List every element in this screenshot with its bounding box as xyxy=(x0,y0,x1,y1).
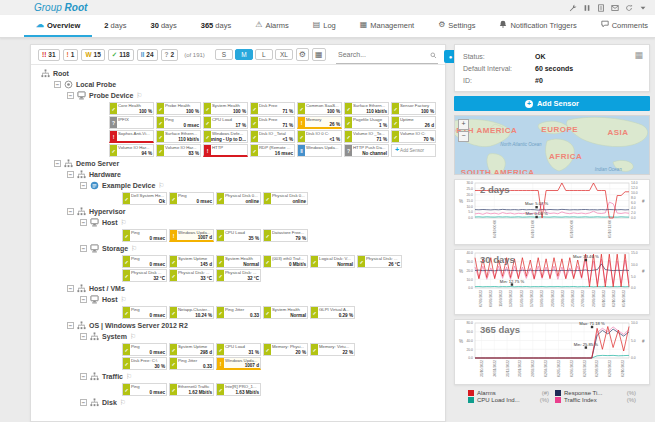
sensor-tile[interactable]: ✓CPU Load17 % xyxy=(203,116,248,129)
email-icon[interactable] xyxy=(610,3,619,12)
map-zoom-out-button[interactable]: − xyxy=(458,131,469,142)
sensor-tile[interactable]: ✓Inte[R] PRO_1...1.63 Mbit/s xyxy=(216,383,261,396)
sensor-tile[interactable]: ✓Ping0 msec xyxy=(122,306,167,319)
tree-node-storage[interactable]: −Storage⚐ xyxy=(37,243,439,254)
sensor-tile[interactable]: ✓GLPI Virtual A...0.29 % xyxy=(310,306,355,319)
tree-node-demo-server[interactable]: −Demo Server xyxy=(37,158,439,169)
report-icon[interactable] xyxy=(596,3,605,12)
collapse-toggle-icon[interactable]: − xyxy=(67,92,74,99)
tile-size-button-s[interactable]: S xyxy=(215,49,233,60)
sensor-tile[interactable]: ✓System HealthNormal xyxy=(216,255,261,268)
sensor-tile[interactable]: ✓Windows Defe...Running - Up to D... xyxy=(203,130,248,143)
tab-alarms[interactable]: ⚠Alarms xyxy=(243,15,301,37)
tab-management[interactable]: ▦Management xyxy=(348,15,426,37)
caret-down-icon[interactable] xyxy=(638,3,647,12)
chart-2-days[interactable]: 0.05.010.015.020.025.030.00.02.04.06.08.… xyxy=(454,179,650,245)
add-sensor-tile[interactable]: +Add Sensor xyxy=(391,144,436,157)
sensor-tile[interactable]: ✓Volume IO Har...94 % xyxy=(109,144,154,157)
sensor-tile[interactable]: ✓Disk Free: C:\30 % xyxy=(122,357,167,370)
status-filter-badge[interactable]: W15 xyxy=(81,49,104,61)
status-filter-badge[interactable]: II24 xyxy=(137,49,158,61)
sensor-tile[interactable]: ✓Physical Disk: ...33 °C xyxy=(169,269,214,282)
sensor-tile[interactable]: ✓RDP (Remote ...16 msec xyxy=(250,144,295,157)
sensor-tile[interactable]: !Windows Upda...1007 d xyxy=(216,357,261,370)
collapse-toggle-icon[interactable]: − xyxy=(67,208,74,215)
sensor-tile[interactable]: ✓Ping0 msec xyxy=(122,229,167,242)
sensor-tile[interactable]: ✓Ping0 msec xyxy=(122,383,167,396)
tree-node-host-vms[interactable]: −Host / VMs xyxy=(37,283,439,294)
sensor-tile[interactable]: ✓Disk Free71 % xyxy=(250,102,295,115)
status-filter-badge[interactable]: ?2 xyxy=(161,49,179,61)
tab-comments[interactable]: Comments xyxy=(589,15,655,37)
sensor-tile[interactable]: ✓Dell System He...Ok xyxy=(122,192,167,205)
sensor-tile[interactable]: !Windows Upda...1007 d xyxy=(169,229,214,242)
chart-365-days[interactable]: 0.020.040.060.080.00.05.010.031/10/20223… xyxy=(454,319,650,385)
sensor-tile[interactable]: ✓Volume IO C:70 % xyxy=(391,130,436,143)
tree-node-host[interactable]: −Host⚐ xyxy=(37,294,439,305)
sensor-tile[interactable]: ✓CPU Load35 % xyxy=(216,229,261,242)
sensor-tile[interactable]: ✓Datastore Free...79 % xyxy=(263,229,308,242)
sensor-tile[interactable]: ✓Physical Disk 0...online xyxy=(263,192,308,205)
sensor-tile[interactable]: ✓Common SaaS...100 % xyxy=(297,102,342,115)
wrench-icon[interactable] xyxy=(568,3,577,12)
sensor-tile[interactable]: ✓Core Health100 % xyxy=(109,102,154,115)
tab-settings[interactable]: ⚙Settings xyxy=(426,15,487,37)
sensor-tile[interactable]: ✓Probe Health100 % xyxy=(156,102,201,115)
tile-size-button-m[interactable]: M xyxy=(235,49,253,60)
sensor-tile[interactable]: ✓Uptime26 d xyxy=(391,116,436,129)
add-sensor-button[interactable]: + Add Sensor xyxy=(454,96,650,111)
tree-node-local-probe[interactable]: −Local Probe xyxy=(37,79,439,90)
collapse-toggle-icon[interactable]: − xyxy=(80,245,87,252)
sensor-tile[interactable]: ✓Netapp-Cluster...10.24 % xyxy=(169,306,214,319)
qr-code-icon[interactable]: ▦ xyxy=(634,50,643,60)
collapse-toggle-icon[interactable]: − xyxy=(80,219,87,226)
refresh-icon[interactable] xyxy=(624,3,633,12)
collapse-toggle-icon[interactable]: − xyxy=(67,285,74,292)
collapse-toggle-icon[interactable]: − xyxy=(80,333,87,340)
sensor-tile[interactable]: ✓Disk IO _Total<1 % xyxy=(250,130,295,143)
collapse-toggle-icon[interactable]: − xyxy=(80,399,87,406)
sensor-tile[interactable]: ✓System Health100 % xyxy=(203,102,248,115)
tree-node-hypervisor[interactable]: −Hypervisor xyxy=(37,206,439,217)
status-filter-badge[interactable]: ✓118 xyxy=(108,49,134,61)
sensor-tile[interactable]: ✓Ping0 msec xyxy=(122,343,167,356)
sensor-tile[interactable]: ✓Memory: Virtu...22 % xyxy=(310,343,355,356)
sensor-tile[interactable]: ✓Disk IO 0 C:<1 % xyxy=(297,130,342,143)
tree-node-hardware[interactable]: −Hardware xyxy=(37,169,439,180)
tree-settings-button[interactable]: ⚙ xyxy=(296,48,309,61)
tab-30-days[interactable]: 30 days xyxy=(138,15,188,37)
tree-node-probe-device[interactable]: −Probe Device⚐ xyxy=(37,90,439,101)
legend-item[interactable]: Alarms(#) xyxy=(468,390,549,396)
sensor-tile[interactable]: ✓Sensor Factory100 % xyxy=(391,102,436,115)
sensor-tile[interactable]: ✓Physical Disk ...32 °C xyxy=(122,269,167,282)
legend-item[interactable]: CPU Load Ind...(%) xyxy=(468,397,549,403)
sensor-tile[interactable]: ✓System Uptime145 d xyxy=(169,255,214,268)
sensor-tile[interactable]: ?IPFIX xyxy=(109,116,154,129)
tab-365-days[interactable]: 365 days xyxy=(189,15,243,37)
sensor-tile[interactable]: ✓Ping Jitter0.33 xyxy=(216,306,261,319)
sensor-tile[interactable]: ✓Logical Disk: V...Normal xyxy=(310,255,355,268)
view-grid-button[interactable]: ▦ xyxy=(312,48,326,61)
sensor-tile[interactable]: ✓Physical Disk: ...32 °C xyxy=(216,269,261,282)
collapse-toggle-icon[interactable]: − xyxy=(80,296,87,303)
sensor-tile[interactable]: ✓Ping Jitter0.33 xyxy=(169,357,214,370)
sensor-tile[interactable]: !HTTP xyxy=(203,144,248,157)
collapse-toggle-icon[interactable]: − xyxy=(80,182,87,189)
tree-node-host[interactable]: −Host⚐ xyxy=(37,217,439,228)
status-filter-badge[interactable]: !1 xyxy=(63,49,79,61)
collapse-toggle-icon[interactable]: − xyxy=(54,160,61,167)
tab-overview[interactable]: ☁Overview xyxy=(24,15,92,37)
sensor-tile[interactable]: ✓CPU Load31 % xyxy=(216,343,261,356)
collapse-toggle-icon[interactable]: − xyxy=(67,171,74,178)
sensor-tile[interactable]: !Memory26 % xyxy=(297,116,342,129)
pause-icon[interactable] xyxy=(582,3,591,12)
sensor-tile[interactable]: ?HTTP Push Da...No channel xyxy=(344,144,389,157)
legend-item[interactable]: Response Ti...(%) xyxy=(555,390,636,396)
sensor-tile[interactable]: ✓System Uptime298 d xyxy=(169,343,214,356)
tile-size-button-xl[interactable]: XL xyxy=(275,49,293,60)
collapse-toggle-icon[interactable]: − xyxy=(67,322,74,329)
sensor-tile[interactable]: ✓Volume IO Har...83 % xyxy=(156,144,201,157)
tree-node-system[interactable]: −System⚐ xyxy=(37,331,439,342)
sensor-tile[interactable]: ✓(003) eth0 Traf...0 Mbit/s xyxy=(263,255,308,268)
tree-node-traffic[interactable]: −Traffic⚐ xyxy=(37,371,439,382)
